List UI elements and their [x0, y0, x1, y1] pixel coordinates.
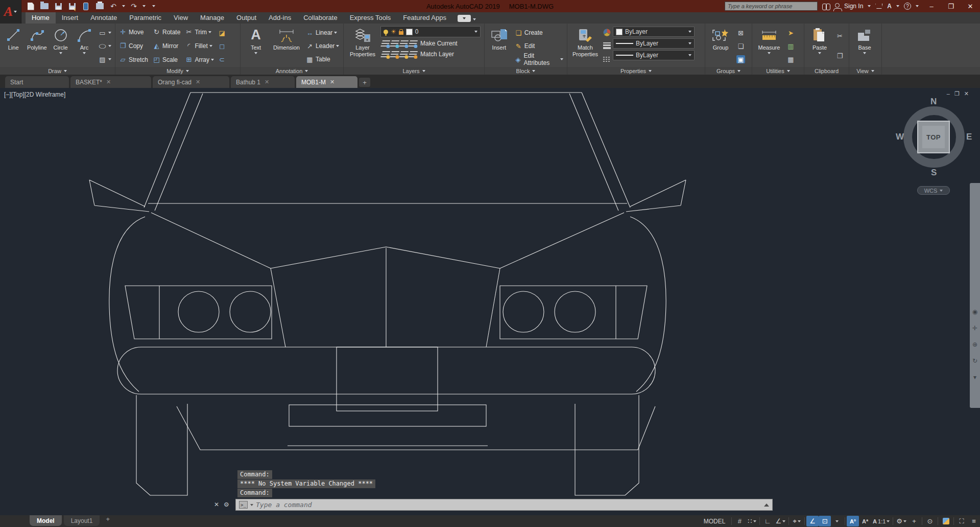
rectangle-button[interactable]: ▭ [97, 28, 112, 37]
tab-home[interactable]: Home [26, 12, 56, 24]
ellipse-button[interactable]: ◯ [97, 41, 112, 51]
create-block-button[interactable]: ❏Create [513, 28, 564, 37]
panel-label-properties[interactable]: Properties [567, 67, 705, 75]
hardware-acceleration-button[interactable] [940, 516, 952, 526]
isodraft-toggle[interactable]: ⌖ [791, 516, 803, 526]
copy-clip-button[interactable]: ❐ [834, 52, 845, 61]
navigation-bar[interactable]: ◉ ✛ ⊕ ↻ ▾ [970, 183, 980, 408]
hatch-button[interactable]: ▨ [97, 55, 112, 64]
undo-dropdown-icon[interactable] [122, 5, 125, 7]
open-file-button[interactable] [39, 2, 50, 11]
file-tab-basket[interactable]: BASKET*✕ [70, 76, 151, 88]
quick-calc-button[interactable]: ▥ [785, 41, 796, 51]
undo-button[interactable]: ↶ [108, 2, 118, 11]
command-wrench-icon[interactable]: ⚙ [223, 502, 230, 508]
wcs-menu[interactable]: WCS [917, 186, 950, 195]
qat-customize-icon[interactable] [152, 5, 155, 7]
tab-express-tools[interactable]: Express Tools [344, 12, 397, 24]
polar-tracking-toggle[interactable]: ∠ [774, 516, 787, 526]
customization-button[interactable]: ≡ [968, 516, 980, 526]
grid-toggle[interactable]: # [733, 516, 746, 526]
measure-dropdown-icon[interactable] [768, 52, 771, 54]
panel-label-view[interactable]: View [849, 67, 881, 75]
annotation-monitor-button[interactable]: + [908, 516, 920, 526]
share-mobile-button[interactable] [81, 2, 91, 11]
layout1-tab[interactable]: Layout1 [64, 515, 100, 526]
viewport-minimize-button[interactable]: – [947, 90, 950, 97]
edit-block-button[interactable]: ✎Edit [513, 41, 564, 51]
cut-button[interactable]: ✂ [834, 32, 845, 41]
save-button[interactable] [53, 2, 63, 11]
mirror-button[interactable]: ◭Mirror [151, 41, 181, 51]
table-button[interactable]: ▦Table [304, 55, 340, 64]
text-dropdown-icon[interactable] [254, 52, 257, 54]
match-layer-button[interactable]: Match Layer [380, 50, 481, 59]
tab-collaborate[interactable]: Collaborate [297, 12, 344, 24]
fillet-button[interactable]: ◜Fillet [183, 41, 215, 51]
tab-insert[interactable]: Insert [56, 12, 85, 24]
command-close-icon[interactable]: ✕ [214, 501, 219, 508]
new-layout-button[interactable]: + [102, 515, 114, 523]
file-tab-mob1-m[interactable]: MOB1-M✕ [296, 76, 357, 88]
circle-dropdown-icon[interactable] [59, 52, 62, 54]
save-as-button[interactable] [67, 2, 77, 11]
new-drawing-tab-button[interactable]: + [359, 78, 370, 87]
panel-label-layers[interactable]: Layers [344, 67, 484, 75]
layer-properties-button[interactable]: Layer Properties [346, 25, 379, 67]
viewcube-north[interactable]: N [930, 97, 937, 107]
tab-manage[interactable]: Manage [194, 12, 230, 24]
panel-label-draw[interactable]: Draw [0, 67, 115, 75]
nav-steering-wheel-icon[interactable]: ◉ [970, 306, 980, 318]
autodesk-dropdown-icon[interactable] [896, 5, 899, 7]
tab-view[interactable]: View [168, 12, 194, 24]
text-button[interactable]: A Text [243, 25, 269, 67]
paste-dropdown-icon[interactable] [818, 52, 821, 54]
viewcube-south[interactable]: S [931, 168, 937, 178]
ortho-toggle[interactable]: ∟ [761, 516, 774, 526]
paste-button[interactable]: Paste [806, 25, 833, 67]
offset-button[interactable]: ⊂ [217, 55, 227, 64]
close-tab-icon[interactable]: ✕ [265, 79, 269, 85]
close-tab-icon[interactable]: ✕ [196, 79, 200, 85]
insert-block-button[interactable]: Insert [487, 25, 512, 67]
restore-button[interactable]: ❐ [941, 0, 961, 12]
base-dropdown-icon[interactable] [863, 52, 866, 54]
nav-pan-icon[interactable]: ✛ [970, 322, 980, 334]
group-selection-button[interactable]: ▣ [735, 55, 746, 64]
stretch-button[interactable]: ▱Stretch [117, 55, 149, 64]
command-input[interactable]: Type a command [256, 501, 761, 509]
model-space-indicator[interactable]: MODEL [699, 518, 730, 525]
sign-in-dropdown-icon[interactable] [868, 5, 871, 7]
close-tab-icon[interactable]: ✕ [106, 79, 111, 85]
quick-select-button[interactable]: ➤ [785, 28, 796, 37]
measure-button[interactable]: Measure [754, 25, 784, 67]
viewport-restore-button[interactable]: ❐ [954, 90, 960, 97]
base-button[interactable]: Base [851, 25, 878, 67]
search-input[interactable]: Type a keyword or phrase [725, 2, 818, 11]
tab-add-ins[interactable]: Add-ins [262, 12, 297, 24]
erase-button[interactable]: ◪ [217, 28, 227, 37]
panel-label-block[interactable]: Block [485, 67, 567, 75]
polyline-button[interactable]: Polyline [26, 25, 48, 67]
match-properties-button[interactable]: Match Properties [569, 25, 601, 67]
tab-featured-apps[interactable]: Featured Apps [397, 12, 452, 24]
rotate-button[interactable]: ↻Rotate [151, 28, 181, 37]
isolate-objects-button[interactable]: ⊙ [924, 516, 936, 526]
command-input-bar[interactable]: >_ Type a command [235, 499, 773, 511]
object-snap-dropdown[interactable] [831, 516, 843, 526]
annotation-autoscale-toggle[interactable]: A* [859, 516, 871, 526]
object-snap-tracking-toggle[interactable]: ∠ [806, 516, 819, 526]
leader-button[interactable]: ↗Leader [304, 41, 340, 51]
nav-zoom-icon[interactable]: ⊕ [970, 338, 980, 351]
move-button[interactable]: ✛Move [117, 28, 149, 37]
file-tab-orang[interactable]: Orang fi-cad✕ [153, 76, 229, 88]
minimize-button[interactable]: – [922, 0, 941, 12]
edit-attributes-button[interactable]: ◈Edit Attributes [513, 55, 564, 64]
dimension-button[interactable]: Dimension [270, 25, 303, 67]
nav-menu-icon[interactable]: ▾ [970, 371, 980, 383]
close-button[interactable]: ✕ [961, 0, 980, 12]
new-file-button[interactable] [26, 2, 36, 11]
annotation-visibility-toggle[interactable]: A° [847, 516, 859, 526]
annotation-scale-button[interactable]: A1:1 [871, 516, 891, 526]
tab-output[interactable]: Output [230, 12, 262, 24]
